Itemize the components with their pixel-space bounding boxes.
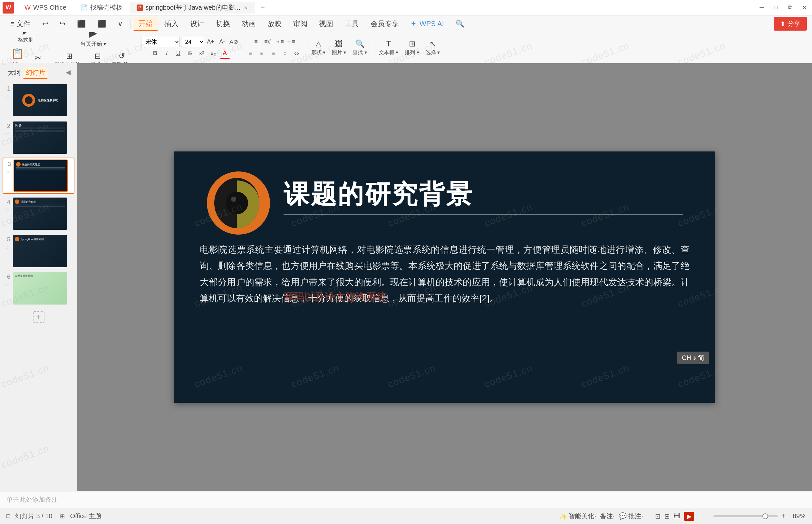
font-size-select[interactable]: 24 28 32 [181,37,204,47]
slide-thumb-5[interactable]: 5 ☆ SpringBoot框架介绍 [3,234,74,268]
slide-star-2[interactable]: ☆ [5,131,9,137]
zoom-in-button[interactable]: + [782,512,785,520]
align-center-button[interactable]: ≡ [257,48,267,59]
line-spacing-button[interactable]: ↕ [280,48,290,59]
add-slide-button[interactable]: + [33,311,45,323]
maximize-button[interactable]: □ [771,3,781,13]
format-painter-button[interactable]: 🖌 格式刷 [15,32,36,45]
view-slide-button[interactable]: 🎞 [674,512,680,520]
menu-redo[interactable]: ↪ [54,18,70,30]
tab-wps-office[interactable]: W WPS Office [18,2,73,14]
slide-star-6[interactable]: ☆ [5,282,9,288]
comments-button[interactable]: 💬 批注· [619,512,643,521]
slide-star-5[interactable]: ☆ [5,244,9,250]
sidebar-tab-outline[interactable]: 大纲 [5,67,23,79]
menu-more[interactable]: ∨ [113,18,128,30]
superscript-button[interactable]: x² [197,48,207,59]
menu-format1[interactable]: ⬛ [72,18,91,30]
tab-template[interactable]: 📄 找稿壳模板 [74,2,129,14]
slide-canvas[interactable]: 课题的研究背景 电影院选票系统主要通过计算机网络，对电影院选票系统的信息进行统一… [174,151,715,403]
subscript-button[interactable]: x₂ [208,48,218,59]
sidebar-collapse-button[interactable]: ◀ [64,67,72,79]
shape-button[interactable]: △ 形状 ▾ [309,38,328,58]
strikethrough-button[interactable]: S [185,48,195,59]
menu-file[interactable]: ≡ 文件 [5,17,36,31]
textbox-button[interactable]: T 文本框 ▾ [376,38,401,58]
menu-insert[interactable]: 插入 [159,17,184,31]
share-button[interactable]: ⬆ 分享 [774,17,807,31]
menu-transition[interactable]: 切换 [211,17,235,31]
align-left-button[interactable]: ≡ [245,48,255,59]
view-play-button[interactable]: ▶ [684,512,694,521]
reset-button[interactable]: ↺ 重置 节 ▾ [109,50,135,63]
tab-close-ppt[interactable]: ✕ [243,5,249,11]
menu-design[interactable]: 设计 [185,17,210,31]
slide-thumb-2[interactable]: 2 ☆ 摘 要 [3,120,74,155]
align-right-button[interactable]: ≡ [268,48,279,59]
select-button[interactable]: ↖ 选择 ▾ [423,38,443,58]
view-grid-button[interactable]: ⊞ [664,512,670,520]
menu-wps-ai[interactable]: ✦ WPS AI [405,18,449,30]
minimize-button[interactable]: ─ [757,3,767,13]
picture-icon: 🖼 [335,39,343,48]
font-family-select[interactable]: 宋体 微软雅黑 [141,37,180,47]
slide-thumb-4[interactable]: 4 ☆ 课题研究目的 [3,196,74,231]
indent-button[interactable]: →≡ [274,37,284,47]
menu-undo[interactable]: ↩ [37,18,53,30]
ch-language-button[interactable]: CH ♪ 简 [677,351,709,364]
slide-star-4[interactable]: ☆ [5,207,9,213]
layout-button[interactable]: ⊟ 版式 ▾ [88,50,107,63]
new-slide-button[interactable]: ⊞ 新建幻灯片 ▾ [52,50,87,63]
slide-thumb-6[interactable]: 6 ☆ 管理员登录界面 [3,271,74,306]
slide-body-text[interactable]: 电影院选票系统主要通过计算机网络，对电影院选票系统的信息进行统一管理，方便管理员… [200,242,690,307]
close-button[interactable]: ✕ [799,3,809,13]
menu-tools[interactable]: 工具 [339,17,364,31]
menu-slideshow[interactable]: 放映 [262,17,287,31]
view-normal-button[interactable]: ⊡ [655,512,661,520]
menu-view[interactable]: 视图 [314,17,338,31]
bold-button[interactable]: B [150,48,161,59]
menu-home[interactable]: 开始 [133,17,158,31]
numbering-button[interactable]: ≡# [263,37,273,47]
menu-search[interactable]: 🔍 [450,18,469,30]
notes-button[interactable]: 备注· [600,512,615,521]
beautify-button[interactable]: ✨ 智能美化· [559,512,596,521]
italic-button[interactable]: I [162,48,172,59]
main-area: 大纲 幻灯片 ◀ 1 ☆ 电影院选票系统 [0,63,812,491]
menu-format2[interactable]: ⬛ [92,18,111,30]
notes-label: 备注· [600,512,615,520]
font-size-up-button[interactable]: A+ [205,37,216,47]
columns-button[interactable]: ⇔ [292,48,302,59]
slide-thumb-3[interactable]: 3 ☆ 课题的研究背景 [3,158,74,194]
title-bar-left: W W WPS Office 📄 找稿壳模板 P springboot基于Jav… [3,2,268,14]
zoom-slider[interactable] [713,515,778,517]
add-slide-area: + [3,308,74,325]
status-bar: □ 幻灯片 3 / 10 ⊞ Office 主题 ✨ 智能美化· 备注· 💬 批… [0,508,812,524]
menu-divider [131,19,131,29]
note-area[interactable]: 单击此处添加备注 [0,491,812,508]
tab-ppt-file[interactable]: P springboot基于Java web的电影... ✕ [130,2,255,14]
beautify-icon: ✨ [559,512,567,520]
menu-review[interactable]: 审阅 [288,17,313,31]
bullets-button[interactable]: ≡ [251,37,261,47]
cut-button[interactable]: ✂ [30,52,46,64]
picture-button[interactable]: 🖼 图片 ▾ [329,38,349,58]
paste-button[interactable]: 📋 粘贴 ▾ [6,46,29,63]
find-button[interactable]: 🔍 查找 ▾ [350,38,369,58]
font-color-button[interactable]: A [220,48,230,59]
slide-star-3[interactable]: ☆ [5,169,10,175]
menu-membership[interactable]: 会员专享 [365,17,404,31]
menu-animation[interactable]: 动画 [236,17,261,31]
zoom-out-button[interactable]: − [706,512,710,520]
slide-thumb-1[interactable]: 1 ☆ 电影院选票系统 [3,83,74,118]
outdent-button[interactable]: ←≡ [286,37,296,47]
sidebar-tab-slides[interactable]: 幻灯片 [23,67,48,79]
slide-star-1[interactable]: ☆ [5,94,9,100]
underline-button[interactable]: U [173,48,184,59]
tab-add-button[interactable]: + [258,3,268,13]
arrange-button[interactable]: ⊞ 排列 ▾ [402,38,421,58]
clear-format-button[interactable]: A⊘ [229,37,239,47]
play-current-button[interactable]: ▶ 当页开始 ▾ [76,32,111,49]
restore-button[interactable]: ⧉ [785,3,795,13]
font-size-down-button[interactable]: A- [217,37,228,47]
